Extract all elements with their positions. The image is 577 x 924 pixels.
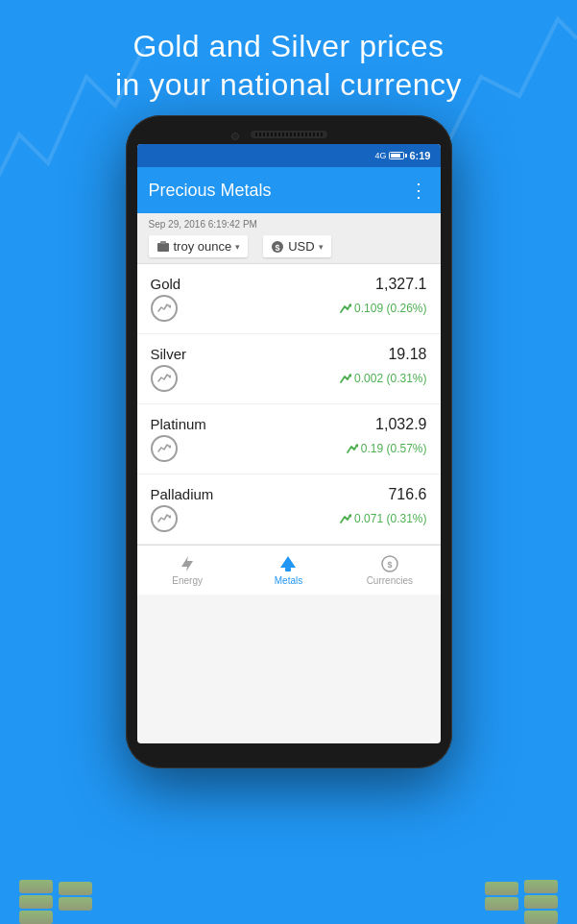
metal-name: Platinum <box>151 416 339 433</box>
filter-bar: Sep 29, 2016 6:19:42 PM troy ounce ▾ <box>137 213 441 264</box>
gold-bars-left <box>19 880 92 924</box>
change-value: 0.19 (0.57%) <box>361 442 427 455</box>
metal-name: Palladium <box>151 486 333 503</box>
svg-text:$: $ <box>276 243 280 253</box>
currency-label: USD <box>288 239 314 254</box>
nav-item-currencies[interactable]: $ Currencies <box>339 548 440 592</box>
nav-label-metals: Metals <box>275 575 302 586</box>
battery-icon <box>389 152 404 159</box>
metal-name: Gold <box>151 276 333 293</box>
phone-frame: 4G 6:19 Precious Metals ⋮ Sep 29, 2016 6… <box>126 115 452 711</box>
signal-indicator: 4G <box>374 151 386 160</box>
more-options-button[interactable]: ⋮ <box>409 179 429 202</box>
metal-item-palladium[interactable]: Palladium 716.6 0.071 (0.31%) <box>137 474 441 545</box>
arrow-up-icon <box>347 444 358 453</box>
sparkline-icon <box>157 512 171 525</box>
currency-chevron: ▾ <box>319 242 324 252</box>
metals-icon <box>278 554 298 573</box>
currencies-icon: $ <box>380 554 399 573</box>
sparkline-icon <box>157 302 171 315</box>
metal-price: 19.18 <box>340 346 426 363</box>
change-value: 0.071 (0.31%) <box>354 512 426 525</box>
arrow-up-icon <box>340 514 351 523</box>
bg-chart-left <box>0 19 144 192</box>
metal-price: 1,327.1 <box>340 276 426 293</box>
currency-icon: $ <box>271 240 284 254</box>
metal-change: 0.109 (0.26%) <box>340 295 426 322</box>
metal-chart-button[interactable] <box>151 435 339 462</box>
change-value: 0.002 (0.31%) <box>354 372 426 385</box>
nav-label-currencies: Currencies <box>367 575 413 586</box>
metal-item-platinum[interactable]: Platinum 1,032.9 0.19 (0.57%) <box>137 404 441 474</box>
unit-chevron: ▾ <box>235 242 240 252</box>
phone-speaker <box>251 131 327 138</box>
metal-price: 1,032.9 <box>347 416 427 433</box>
chart-circle-icon <box>151 435 178 462</box>
svg-text:$: $ <box>387 560 392 570</box>
weight-icon <box>156 240 170 254</box>
arrow-up-icon <box>340 304 351 313</box>
phone-screen: 4G 6:19 Precious Metals ⋮ Sep 29, 2016 6… <box>137 144 441 743</box>
metal-item-gold[interactable]: Gold 1,327.1 0.109 (0.26%) <box>137 264 441 334</box>
app-bar: Precious Metals ⋮ <box>137 167 441 213</box>
sparkline-icon <box>157 372 171 385</box>
arrow-up-icon <box>340 374 351 383</box>
metal-change: 0.002 (0.31%) <box>340 365 426 392</box>
app-title: Precious Metals <box>149 181 272 201</box>
nav-label-energy: Energy <box>172 575 203 586</box>
metal-chart-button[interactable] <box>151 295 333 322</box>
metal-name: Silver <box>151 346 333 363</box>
gold-bars-right <box>485 880 558 924</box>
metals-list: Gold 1,327.1 0.109 (0.26%) Silver 19.18 <box>137 264 441 545</box>
phone-camera <box>231 133 239 140</box>
svg-rect-1 <box>160 241 166 244</box>
svg-marker-12 <box>280 556 296 568</box>
metal-change: 0.071 (0.31%) <box>340 505 426 532</box>
time-display: 6:19 <box>409 150 430 161</box>
svg-rect-13 <box>285 568 291 571</box>
energy-icon <box>178 554 197 573</box>
sparkline-icon <box>157 442 171 455</box>
unit-label: troy ounce <box>174 239 232 254</box>
unit-selector[interactable]: troy ounce ▾ <box>149 235 249 257</box>
metal-price: 716.6 <box>340 486 426 503</box>
filter-date: Sep 29, 2016 6:19:42 PM <box>149 219 429 230</box>
chart-circle-icon <box>151 365 178 392</box>
nav-item-metals[interactable]: Metals <box>238 548 339 592</box>
chart-circle-icon <box>151 295 178 322</box>
metal-change: 0.19 (0.57%) <box>347 435 427 462</box>
metal-chart-button[interactable] <box>151 505 333 532</box>
change-value: 0.109 (0.26%) <box>354 302 426 315</box>
metal-item-silver[interactable]: Silver 19.18 0.002 (0.31%) <box>137 334 441 404</box>
bottom-nav: Energy Metals $ Currencies <box>137 545 441 595</box>
nav-item-energy[interactable]: Energy <box>137 548 238 592</box>
status-bar: 4G 6:19 <box>137 144 441 167</box>
chart-circle-icon <box>151 505 178 532</box>
svg-rect-0 <box>157 243 169 252</box>
metal-chart-button[interactable] <box>151 365 333 392</box>
currency-selector[interactable]: $ USD ▾ <box>263 235 330 257</box>
